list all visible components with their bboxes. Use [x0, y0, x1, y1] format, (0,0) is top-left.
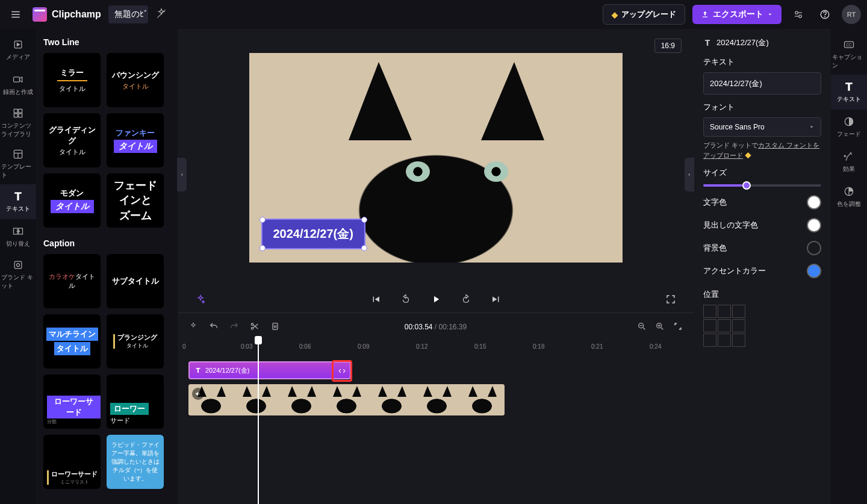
font-select[interactable]: Source Sans Pro: [703, 117, 821, 137]
section-title: Two Line: [43, 37, 170, 47]
text-preset[interactable]: フェードインとズーム: [107, 173, 164, 228]
prop-tab-fx[interactable]: 効果: [831, 145, 867, 179]
nav-library[interactable]: コンテンツライブラリ: [0, 102, 36, 143]
export-button[interactable]: エクスポート: [692, 5, 782, 24]
prop-tab-cc[interactable]: CCキャプション: [831, 34, 867, 75]
resize-handle[interactable]: [259, 217, 266, 223]
fullscreen-icon[interactable]: [662, 291, 679, 308]
position-grid[interactable]: [703, 305, 821, 347]
color-swatch[interactable]: [807, 218, 821, 232]
color-swatch[interactable]: [807, 195, 821, 210]
skip-start-icon[interactable]: [367, 291, 384, 308]
ai-suggestions-icon[interactable]: [155, 8, 167, 22]
color-swatch[interactable]: [807, 264, 821, 278]
playhead[interactable]: [258, 341, 259, 504]
text-preset[interactable]: ローワーサード: [107, 375, 164, 429]
color-swatch[interactable]: [807, 241, 821, 255]
prop-tab-text[interactable]: テキスト: [831, 75, 867, 110]
play-button[interactable]: [427, 291, 444, 308]
aspect-ratio-badge[interactable]: 16:9: [654, 39, 682, 53]
position-cell[interactable]: [703, 319, 716, 332]
text-preset[interactable]: マルチラインタイトル: [43, 314, 101, 369]
player-controls: [178, 286, 694, 313]
nav-text[interactable]: テキスト: [0, 184, 36, 219]
resize-handle[interactable]: [361, 217, 367, 223]
prop-tab-fade[interactable]: フェード: [831, 110, 867, 145]
audio-icon[interactable]: [192, 388, 204, 400]
settings-icon[interactable]: [789, 5, 808, 24]
video-canvas[interactable]: 2024/12/27(金): [249, 53, 623, 263]
text-preset[interactable]: プランジングタイトル: [107, 314, 164, 369]
avatar[interactable]: RT: [842, 5, 861, 24]
text-icon: [703, 39, 712, 47]
position-cell[interactable]: [732, 319, 745, 332]
position-cell[interactable]: [732, 305, 745, 318]
clipchamp-icon: [33, 7, 47, 22]
text-content-input[interactable]: [703, 72, 821, 95]
split-icon[interactable]: [250, 322, 259, 333]
diamond-icon: ◆: [745, 152, 751, 159]
position-cell[interactable]: [703, 334, 716, 347]
svg-rect-22: [14, 261, 22, 269]
resize-handle[interactable]: [361, 245, 367, 251]
nav-transition[interactable]: 切り替え: [0, 219, 36, 254]
prop-label: フォント: [703, 102, 821, 113]
brand-kit-hint[interactable]: ブランド キットでカスタム フォントをアップロード ◆: [703, 140, 821, 160]
undo-icon[interactable]: [209, 322, 219, 333]
panel-collapse-left[interactable]: [177, 158, 187, 191]
timeline-area: 00:03.54 / 00:16.39 00:030:060:090:120:1…: [178, 313, 694, 504]
panel-collapse-right[interactable]: [685, 158, 694, 191]
position-cell[interactable]: [732, 334, 745, 347]
project-name-input[interactable]: 無題のﾋﾞ: [108, 5, 148, 23]
svg-point-23: [17, 264, 20, 267]
color-row: アクセントカラー: [703, 264, 821, 278]
zoom-in-icon[interactable]: [655, 322, 665, 333]
prop-tab-adjust[interactable]: 色を調整: [831, 179, 867, 214]
text-preset[interactable]: サブタイトル: [107, 254, 164, 308]
resize-handle[interactable]: [259, 245, 266, 251]
video-clip[interactable]: [188, 384, 505, 415]
text-preset[interactable]: バウンシングタイトル: [107, 53, 164, 107]
menu-button[interactable]: [6, 5, 25, 24]
text-preset[interactable]: ローワーサード分類: [43, 375, 101, 429]
tracks-area[interactable]: 2024/12/27(金): [178, 355, 694, 504]
prop-label: サイズ: [703, 167, 821, 178]
help-icon[interactable]: [815, 5, 834, 24]
auto-enhance-icon[interactable]: [192, 291, 209, 308]
text-preset[interactable]: カラオケタイトル: [43, 254, 101, 308]
selected-element-header: 2024/12/27(金): [703, 37, 821, 48]
text-clip[interactable]: 2024/12/27(金): [188, 361, 351, 379]
skip-end-icon[interactable]: [488, 291, 505, 308]
position-cell[interactable]: [703, 305, 716, 318]
text-preset[interactable]: ファンキータイトル: [107, 113, 164, 167]
nav-brand[interactable]: ブランド キット: [0, 254, 36, 295]
auto-compose-icon[interactable]: [188, 322, 198, 333]
svg-rect-13: [14, 109, 17, 113]
position-cell[interactable]: [718, 319, 731, 332]
zoom-out-icon[interactable]: [637, 322, 647, 333]
text-preset[interactable]: ローワーサードミニマリスト: [43, 435, 101, 489]
text-icon: [194, 367, 202, 374]
text-preset[interactable]: ミラータイトル: [43, 53, 101, 107]
nav-media[interactable]: メディア: [0, 33, 36, 67]
fit-timeline-icon[interactable]: [673, 322, 683, 333]
text-preset[interactable]: ラピッド・ファイアー字幕。単語を強調したいときはチルダ（~）を使います。: [107, 435, 164, 489]
svg-rect-16: [19, 114, 22, 117]
clip-trim-handle[interactable]: [332, 360, 352, 382]
delete-icon[interactable]: [270, 322, 280, 333]
text-overlay-element[interactable]: 2024/12/27(金): [261, 219, 365, 249]
preview-area: 16:9 2024/12/27(金): [178, 29, 694, 286]
rewind-icon[interactable]: [397, 291, 414, 308]
position-cell[interactable]: [718, 334, 731, 347]
text-preset[interactable]: グライディングタイトル: [43, 113, 101, 167]
nav-template[interactable]: テンプレート: [0, 143, 36, 184]
position-cell[interactable]: [718, 305, 731, 318]
redo-icon[interactable]: [229, 322, 239, 333]
upgrade-button[interactable]: ◆アップグレード: [603, 4, 685, 25]
nav-record[interactable]: 録画と作成: [0, 67, 36, 102]
svg-text:CC: CC: [846, 43, 852, 47]
text-preset[interactable]: モダンタイトル: [43, 173, 101, 228]
size-slider[interactable]: [703, 184, 821, 187]
slider-thumb[interactable]: [742, 181, 751, 190]
forward-icon[interactable]: [458, 291, 474, 308]
